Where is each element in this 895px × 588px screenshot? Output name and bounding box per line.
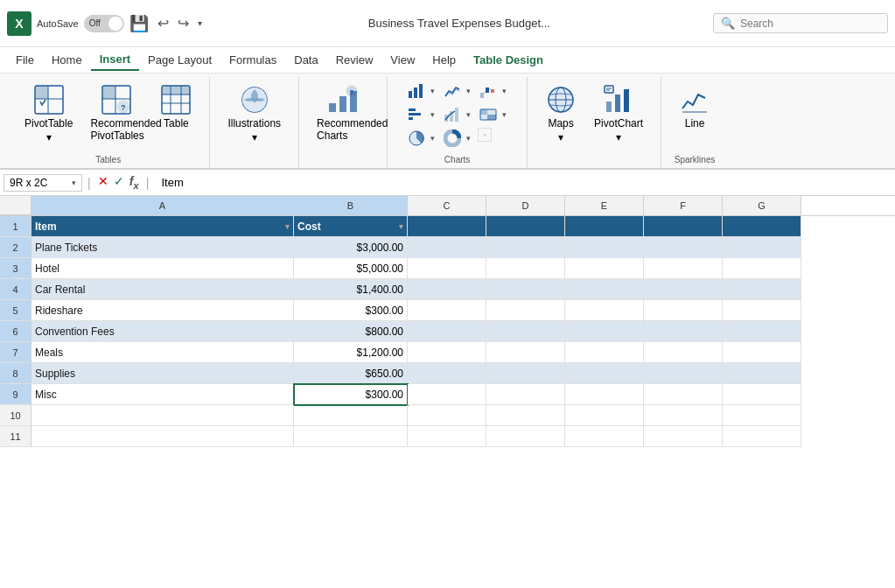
pivotchart-button[interactable]: PivotChart ▾ <box>587 80 650 147</box>
cell-a5[interactable]: Rideshare <box>31 300 294 321</box>
cell-d11[interactable] <box>486 426 565 447</box>
row-num-10[interactable]: 10 <box>0 405 31 426</box>
cell-a10[interactable] <box>31 405 294 426</box>
row-num-3[interactable]: 3 <box>0 258 31 279</box>
customize-quick-access[interactable]: ▾ <box>194 17 206 30</box>
recommended-pivottables-button[interactable]: ? Recommended PivotTables <box>83 80 150 145</box>
col-header-c[interactable]: C <box>408 196 486 215</box>
cell-c6[interactable] <box>408 321 486 342</box>
cell-b4[interactable]: $1,400.00 <box>294 279 408 300</box>
undo-button[interactable]: ↩ <box>154 13 172 33</box>
cell-d6[interactable] <box>486 321 565 342</box>
cell-a7[interactable]: Meals <box>31 342 294 363</box>
col-header-d[interactable]: D <box>486 196 565 215</box>
col-header-a[interactable]: A <box>31 196 294 215</box>
cell-d8[interactable] <box>486 363 565 384</box>
cell-d10[interactable] <box>486 405 565 426</box>
cell-f7[interactable] <box>644 342 723 363</box>
cell-g4[interactable] <box>723 279 801 300</box>
menu-help[interactable]: Help <box>423 50 465 70</box>
donut-chart-button[interactable] <box>442 128 463 149</box>
cell-g10[interactable] <box>723 405 801 426</box>
cell-g8[interactable] <box>723 363 801 384</box>
col-b-dropdown[interactable]: ▾ <box>399 222 403 231</box>
col-a-dropdown[interactable]: ▾ <box>285 222 290 231</box>
waterfall-chart-button[interactable] <box>478 80 499 102</box>
cell-e11[interactable] <box>565 426 644 447</box>
cell-c11[interactable] <box>408 426 486 447</box>
cell-c9[interactable] <box>408 384 486 405</box>
donut-chart-arrow[interactable]: ▾ <box>465 128 472 149</box>
cell-reference-box[interactable]: 9R x 2C ▾ <box>3 174 82 192</box>
row-num-7[interactable]: 7 <box>0 342 31 363</box>
search-input[interactable] <box>740 18 871 30</box>
scatter-chart-button[interactable] <box>442 104 463 125</box>
autosave-toggle[interactable]: Off <box>84 15 124 32</box>
cell-g3[interactable] <box>723 258 801 279</box>
line-chart-arrow[interactable]: ▾ <box>465 80 472 102</box>
col-header-b[interactable]: B <box>294 196 408 215</box>
cell-b11[interactable] <box>294 426 408 447</box>
cell-b1[interactable]: Cost ▾ <box>294 216 408 237</box>
cell-a9[interactable]: Misc <box>31 384 294 405</box>
menu-formulas[interactable]: Formulas <box>220 50 285 70</box>
map-chart-arrow[interactable]: ▾ <box>500 104 508 125</box>
cell-a2[interactable]: Plane Tickets <box>31 237 294 258</box>
cell-d9[interactable] <box>486 384 565 405</box>
charts-expand-button[interactable]: ▫ <box>478 128 492 142</box>
illustrations-button[interactable]: Illustrations ▾ <box>220 80 288 147</box>
save-icon[interactable]: 💾 <box>129 14 149 33</box>
cell-c1[interactable] <box>408 216 486 237</box>
cell-c4[interactable] <box>408 279 486 300</box>
cell-f4[interactable] <box>644 279 723 300</box>
cell-e9[interactable] <box>565 384 644 405</box>
cell-g7[interactable] <box>723 342 801 363</box>
menu-page-layout[interactable]: Page Layout <box>139 50 220 70</box>
waterfall-chart-arrow[interactable]: ▾ <box>500 80 508 102</box>
cell-e1[interactable] <box>565 216 644 237</box>
cell-f8[interactable] <box>644 363 723 384</box>
pivot-table-button[interactable]: PivotTable ▾ <box>17 80 80 147</box>
column-chart-button[interactable] <box>406 80 427 102</box>
cell-b3[interactable]: $5,000.00 <box>294 258 408 279</box>
row-num-6[interactable]: 6 <box>0 321 31 342</box>
line-area-chart-button[interactable] <box>442 80 463 102</box>
row-num-11[interactable]: 11 <box>0 426 31 447</box>
cell-e7[interactable] <box>565 342 644 363</box>
search-box[interactable]: 🔍 <box>713 13 888 33</box>
cell-g5[interactable] <box>723 300 801 321</box>
insert-function-button[interactable]: fx <box>128 172 141 192</box>
cell-f5[interactable] <box>644 300 723 321</box>
menu-data[interactable]: Data <box>285 50 326 70</box>
cell-b6[interactable]: $800.00 <box>294 321 408 342</box>
cell-e4[interactable] <box>565 279 644 300</box>
row-num-4[interactable]: 4 <box>0 279 31 300</box>
cell-g1[interactable] <box>723 216 801 237</box>
cell-e6[interactable] <box>565 321 644 342</box>
bar-chart-button[interactable] <box>406 104 427 125</box>
cell-c7[interactable] <box>408 342 486 363</box>
menu-insert[interactable]: Insert <box>91 49 139 71</box>
cell-f1[interactable] <box>644 216 723 237</box>
col-header-g[interactable]: G <box>723 196 801 215</box>
menu-home[interactable]: Home <box>43 50 91 70</box>
menu-review[interactable]: Review <box>327 50 382 70</box>
cell-b10[interactable] <box>294 405 408 426</box>
line-sparkline-button[interactable]: Line <box>672 80 717 133</box>
cell-g6[interactable] <box>723 321 801 342</box>
cell-e10[interactable] <box>565 405 644 426</box>
cell-c2[interactable] <box>408 237 486 258</box>
cell-d1[interactable] <box>486 216 565 237</box>
cell-f10[interactable] <box>644 405 723 426</box>
row-num-1[interactable]: 1 <box>0 216 31 237</box>
cell-a3[interactable]: Hotel <box>31 258 294 279</box>
cell-f6[interactable] <box>644 321 723 342</box>
cell-d7[interactable] <box>486 342 565 363</box>
redo-button[interactable]: ↪ <box>174 13 192 33</box>
cell-b7[interactable]: $1,200.00 <box>294 342 408 363</box>
table-button[interactable]: Table <box>153 80 199 133</box>
pie-chart-button[interactable] <box>406 128 427 149</box>
cell-f11[interactable] <box>644 426 723 447</box>
cell-c3[interactable] <box>408 258 486 279</box>
cell-a1[interactable]: Item ▾ <box>31 216 294 237</box>
